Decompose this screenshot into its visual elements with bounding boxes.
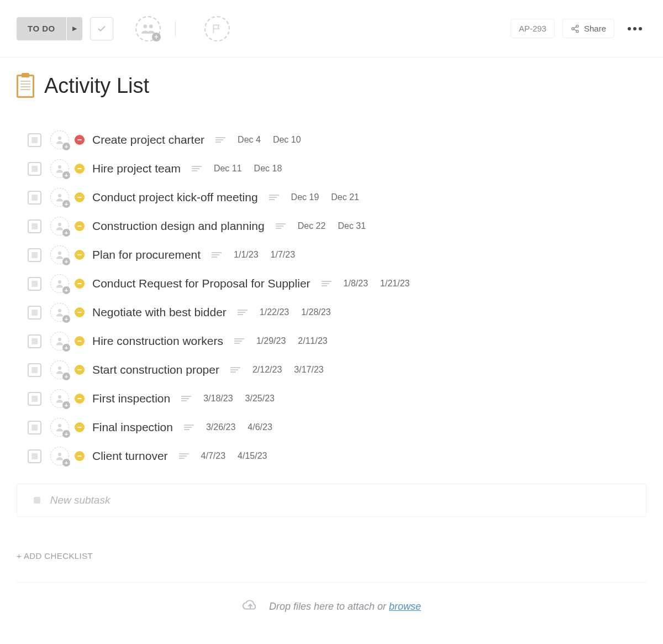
task-priority-icon[interactable] — [75, 164, 85, 174]
task-end-date[interactable]: 2/11/23 — [298, 336, 327, 346]
browse-link[interactable]: browse — [389, 601, 421, 612]
task-end-date[interactable]: 1/7/23 — [271, 250, 295, 260]
task-checkbox[interactable] — [28, 449, 41, 463]
task-row[interactable]: + Final inspection 3/26/23 4/6/23 — [28, 413, 646, 442]
task-end-date[interactable]: 3/17/23 — [294, 365, 323, 375]
task-start-date[interactable]: 3/18/23 — [203, 394, 233, 404]
description-icon[interactable] — [230, 367, 240, 373]
task-title[interactable]: Create project charter — [92, 133, 204, 146]
task-checkbox[interactable] — [28, 133, 41, 147]
task-priority-icon[interactable] — [75, 135, 85, 145]
task-assignee-button[interactable]: + — [50, 274, 69, 293]
description-icon[interactable] — [215, 137, 225, 143]
task-priority-icon[interactable] — [75, 192, 85, 202]
description-icon[interactable] — [212, 252, 222, 258]
task-title[interactable]: Conduct project kick-off meeting — [92, 191, 258, 204]
new-subtask-row[interactable] — [17, 484, 646, 517]
task-row[interactable]: + Plan for procurement 1/1/23 1/7/23 — [28, 240, 646, 269]
task-assignee-button[interactable]: + — [50, 245, 69, 264]
task-start-date[interactable]: 1/22/23 — [260, 307, 289, 317]
task-title[interactable]: Negotiate with best bidder — [92, 306, 227, 319]
task-priority-icon[interactable] — [75, 394, 85, 404]
complete-button[interactable] — [90, 17, 113, 40]
add-checklist-button[interactable]: + ADD CHECKLIST — [17, 551, 93, 561]
task-row[interactable]: + Create project charter Dec 4 Dec 10 — [28, 125, 646, 154]
task-priority-icon[interactable] — [75, 336, 85, 346]
task-row[interactable]: + First inspection 3/18/23 3/25/23 — [28, 384, 646, 413]
task-assignee-button[interactable]: + — [50, 418, 69, 437]
task-checkbox[interactable] — [28, 191, 41, 205]
description-icon[interactable] — [322, 281, 332, 286]
task-priority-icon[interactable] — [75, 279, 85, 289]
task-checkbox[interactable] — [28, 277, 41, 291]
task-assignee-button[interactable]: + — [50, 130, 69, 149]
task-assignee-button[interactable]: + — [50, 217, 69, 235]
task-end-date[interactable]: Dec 10 — [273, 135, 301, 145]
task-title[interactable]: Final inspection — [92, 421, 173, 434]
page-title[interactable]: Activity List — [44, 74, 149, 98]
task-checkbox[interactable] — [28, 363, 41, 377]
task-checkbox[interactable] — [28, 162, 41, 176]
task-priority-icon[interactable] — [75, 451, 85, 461]
task-start-date[interactable]: Dec 4 — [238, 135, 261, 145]
task-start-date[interactable]: Dec 22 — [298, 221, 326, 231]
task-assignee-button[interactable]: + — [50, 303, 69, 322]
description-icon[interactable] — [234, 338, 244, 344]
task-priority-icon[interactable] — [75, 307, 85, 317]
task-end-date[interactable]: Dec 21 — [331, 192, 359, 202]
task-row[interactable]: + Conduct Request for Proposal for Suppl… — [28, 269, 646, 298]
task-priority-icon[interactable] — [75, 365, 85, 375]
assignees-button[interactable]: + — [135, 16, 161, 41]
task-id[interactable]: AP-293 — [511, 19, 555, 38]
task-row[interactable]: + Construction design and planning Dec 2… — [28, 212, 646, 240]
task-end-date[interactable]: 4/6/23 — [248, 422, 272, 432]
share-button[interactable]: Share — [562, 19, 614, 38]
task-checkbox[interactable] — [28, 392, 41, 406]
task-start-date[interactable]: 4/7/23 — [201, 451, 225, 461]
task-title[interactable]: Plan for procurement — [92, 248, 201, 261]
task-start-date[interactable]: 1/29/23 — [256, 336, 286, 346]
task-start-date[interactable]: 3/26/23 — [206, 422, 235, 432]
task-start-date[interactable]: 1/1/23 — [234, 250, 258, 260]
task-assignee-button[interactable]: + — [50, 188, 69, 207]
more-menu-button[interactable] — [623, 23, 646, 35]
task-row[interactable]: + Client turnover 4/7/23 4/15/23 — [28, 442, 646, 470]
task-start-date[interactable]: 2/12/23 — [252, 365, 282, 375]
task-end-date[interactable]: 3/25/23 — [245, 394, 275, 404]
task-assignee-button[interactable]: + — [50, 159, 69, 178]
task-end-date[interactable]: 1/28/23 — [301, 307, 330, 317]
description-icon[interactable] — [238, 310, 248, 315]
task-end-date[interactable]: 1/21/23 — [380, 279, 409, 289]
task-checkbox[interactable] — [28, 219, 41, 233]
task-end-date[interactable]: Dec 18 — [254, 164, 282, 174]
task-title[interactable]: Client turnover — [92, 449, 168, 463]
task-end-date[interactable]: Dec 31 — [338, 221, 366, 231]
task-title[interactable]: Hire construction workers — [92, 334, 223, 348]
task-title[interactable]: Construction design and planning — [92, 219, 265, 233]
task-assignee-button[interactable]: + — [50, 332, 69, 350]
task-assignee-button[interactable]: + — [50, 447, 69, 465]
task-start-date[interactable]: Dec 11 — [214, 164, 242, 174]
task-priority-icon[interactable] — [75, 221, 85, 231]
task-title[interactable]: First inspection — [92, 392, 170, 405]
task-checkbox[interactable] — [28, 421, 41, 434]
description-icon[interactable] — [184, 425, 194, 430]
status-button[interactable]: TO DO ▶ — [17, 17, 82, 40]
task-row[interactable]: + Negotiate with best bidder 1/22/23 1/2… — [28, 298, 646, 327]
status-dropdown-toggle[interactable]: ▶ — [67, 17, 82, 40]
task-row[interactable]: + Start construction proper 2/12/23 3/17… — [28, 355, 646, 384]
priority-button[interactable] — [204, 16, 230, 41]
status-label[interactable]: TO DO — [17, 17, 66, 40]
description-icon[interactable] — [181, 396, 191, 401]
task-priority-icon[interactable] — [75, 250, 85, 260]
task-row[interactable]: + Conduct project kick-off meeting Dec 1… — [28, 183, 646, 212]
task-assignee-button[interactable]: + — [50, 389, 69, 408]
file-dropzone[interactable]: Drop files here to attach or browse — [17, 582, 646, 632]
task-title[interactable]: Conduct Request for Proposal for Supplie… — [92, 277, 311, 290]
task-priority-icon[interactable] — [75, 422, 85, 432]
task-assignee-button[interactable]: + — [50, 360, 69, 379]
task-title[interactable]: Hire project team — [92, 162, 181, 175]
task-row[interactable]: + Hire project team Dec 11 Dec 18 — [28, 154, 646, 183]
task-title[interactable]: Start construction proper — [92, 363, 219, 376]
description-icon[interactable] — [276, 223, 286, 229]
